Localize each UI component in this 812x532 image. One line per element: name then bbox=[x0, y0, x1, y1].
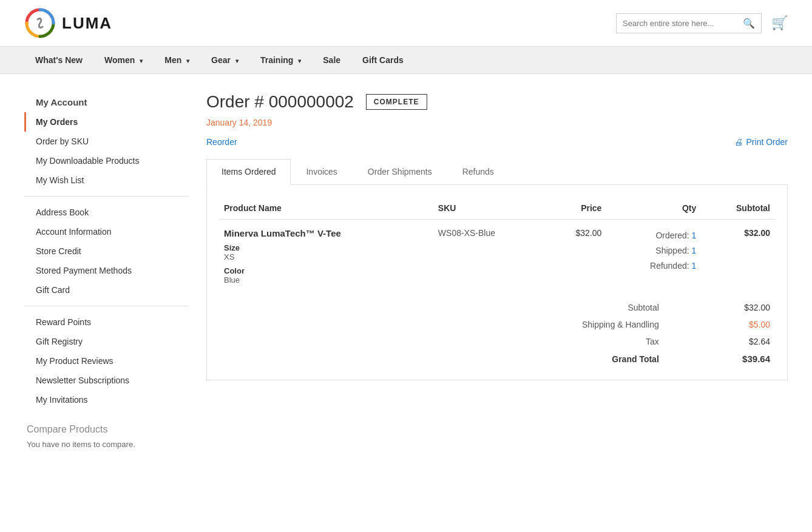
sidebar-item-order-by-sku[interactable]: Order by SKU bbox=[24, 132, 188, 151]
color-value: Blue bbox=[224, 275, 428, 285]
sidebar-group-settings: Address Book Account Information Store C… bbox=[24, 203, 188, 300]
col-subtotal: Subtotal bbox=[701, 197, 775, 220]
reorder-link[interactable]: Reorder bbox=[206, 137, 237, 147]
sidebar-item-gift-registry[interactable]: Gift Registry bbox=[24, 332, 188, 351]
subtotal-row: Subtotal $32.00 bbox=[219, 299, 775, 316]
qty-shipped-value[interactable]: 1 bbox=[692, 246, 697, 255]
order-tabs: Items Ordered Invoices Order Shipments R… bbox=[206, 159, 788, 185]
size-label: Size bbox=[224, 243, 428, 252]
table-header-row: Product Name SKU Price Qty Subtotal bbox=[219, 197, 775, 220]
nav-item-gift-cards[interactable]: Gift Cards bbox=[351, 47, 414, 73]
qty-ordered: Ordered: 1 bbox=[611, 228, 696, 243]
compare-section: Compare Products You have no items to co… bbox=[24, 424, 188, 449]
main-nav: What's New Women ▾ Men ▾ Gear ▾ Training… bbox=[0, 47, 812, 74]
price-cell: $32.00 bbox=[546, 220, 606, 294]
col-sku: SKU bbox=[433, 197, 546, 220]
order-actions: Reorder 🖨 Print Order bbox=[206, 137, 788, 147]
sidebar-item-my-invitations[interactable]: My Invitations bbox=[24, 390, 188, 409]
search-button[interactable]: 🔍 bbox=[743, 18, 755, 29]
print-order-link[interactable]: 🖨 Print Order bbox=[734, 137, 788, 147]
col-price: Price bbox=[546, 197, 606, 220]
sidebar-group-account: My Account My Orders Order by SKU My Dow… bbox=[24, 92, 188, 190]
sidebar-divider-2 bbox=[24, 306, 188, 306]
qty-ordered-label: Ordered: bbox=[655, 231, 689, 240]
compare-text: You have no items to compare. bbox=[24, 440, 188, 449]
tax-label: Tax bbox=[219, 333, 664, 350]
printer-icon: 🖨 bbox=[734, 137, 743, 147]
totals-table: Subtotal $32.00 Shipping & Handling $5.0… bbox=[219, 299, 775, 368]
header: LUMA 🔍 🛒 bbox=[0, 0, 812, 47]
sidebar-item-reward-points[interactable]: Reward Points bbox=[24, 312, 188, 332]
status-badge: COMPLETE bbox=[366, 94, 427, 110]
search-box: 🔍 bbox=[616, 13, 762, 33]
sidebar-item-my-account[interactable]: My Account bbox=[24, 92, 188, 112]
sidebar-item-wish-list[interactable]: My Wish List bbox=[24, 170, 188, 190]
sidebar-item-downloadable-products[interactable]: My Downloadable Products bbox=[24, 151, 188, 170]
header-right: 🔍 🛒 bbox=[616, 13, 788, 33]
order-items-table: Product Name SKU Price Qty Subtotal Mine… bbox=[219, 197, 775, 293]
subtotal-label: Subtotal bbox=[219, 299, 664, 316]
sidebar-group-extras: Reward Points Gift Registry My Product R… bbox=[24, 312, 188, 409]
product-name-cell: Minerva LumaTech™ V-Tee Size XS Color Bl… bbox=[219, 220, 433, 294]
sidebar-item-gift-card[interactable]: Gift Card bbox=[24, 280, 188, 300]
col-qty: Qty bbox=[606, 197, 701, 220]
sidebar-divider-1 bbox=[24, 196, 188, 197]
sidebar-item-my-orders[interactable]: My Orders bbox=[24, 112, 188, 132]
logo-text: LUMA bbox=[62, 14, 112, 33]
qty-refunded-value[interactable]: 1 bbox=[692, 261, 697, 271]
sidebar-item-store-credit[interactable]: Store Credit bbox=[24, 241, 188, 261]
order-date: January 14, 2019 bbox=[206, 118, 788, 127]
nav-item-gear[interactable]: Gear ▾ bbox=[200, 47, 249, 73]
nav-item-men[interactable]: Men ▾ bbox=[154, 47, 200, 73]
grand-total-row: Grand Total $39.64 bbox=[219, 350, 775, 368]
nav-item-sale[interactable]: Sale bbox=[312, 47, 351, 73]
size-value: XS bbox=[224, 252, 428, 261]
sidebar-item-newsletter-subscriptions[interactable]: Newsletter Subscriptions bbox=[24, 371, 188, 390]
luma-logo-icon bbox=[24, 7, 56, 39]
sidebar-item-account-information[interactable]: Account Information bbox=[24, 222, 188, 241]
subtotal-cell: $32.00 bbox=[701, 220, 775, 294]
tax-value: $2.64 bbox=[664, 333, 775, 350]
table-row: Minerva LumaTech™ V-Tee Size XS Color Bl… bbox=[219, 220, 775, 294]
qty-shipped-label: Shipped: bbox=[655, 246, 689, 255]
cart-icon[interactable]: 🛒 bbox=[771, 15, 788, 31]
color-label: Color bbox=[224, 266, 428, 275]
search-input[interactable] bbox=[623, 19, 743, 28]
compare-title: Compare Products bbox=[24, 424, 188, 435]
nav-item-women[interactable]: Women ▾ bbox=[93, 47, 154, 73]
product-name: Minerva LumaTech™ V-Tee bbox=[224, 228, 428, 238]
sidebar-item-address-book[interactable]: Address Book bbox=[24, 203, 188, 222]
qty-cell: Ordered: 1 Shipped: 1 Refunded: 1 bbox=[606, 220, 701, 294]
grand-total-label: Grand Total bbox=[219, 350, 664, 368]
print-label: Print Order bbox=[746, 137, 788, 147]
order-detail-content: Order # 000000002 COMPLETE January 14, 2… bbox=[206, 92, 788, 449]
tab-items-ordered[interactable]: Items Ordered bbox=[206, 159, 291, 185]
qty-refunded-label: Refunded: bbox=[650, 261, 689, 271]
order-table-wrapper: Product Name SKU Price Qty Subtotal Mine… bbox=[206, 185, 788, 380]
qty-shipped: Shipped: 1 bbox=[611, 243, 696, 258]
shipping-label: Shipping & Handling bbox=[219, 316, 664, 333]
subtotal-value: $32.00 bbox=[664, 299, 775, 316]
order-title: Order # 000000002 bbox=[206, 92, 354, 112]
sidebar: My Account My Orders Order by SKU My Dow… bbox=[24, 92, 188, 449]
sidebar-item-product-reviews[interactable]: My Product Reviews bbox=[24, 351, 188, 371]
qty-ordered-value[interactable]: 1 bbox=[692, 231, 697, 240]
sku-cell: WS08-XS-Blue bbox=[433, 220, 546, 294]
nav-item-training[interactable]: Training ▾ bbox=[249, 47, 312, 73]
main-container: My Account My Orders Order by SKU My Dow… bbox=[0, 74, 812, 467]
order-header: Order # 000000002 COMPLETE bbox=[206, 92, 788, 112]
sidebar-item-stored-payment-methods[interactable]: Stored Payment Methods bbox=[24, 261, 188, 280]
col-product-name: Product Name bbox=[219, 197, 433, 220]
tab-refunds[interactable]: Refunds bbox=[447, 159, 509, 184]
qty-refunded: Refunded: 1 bbox=[611, 258, 696, 274]
grand-total-value: $39.64 bbox=[664, 350, 775, 368]
shipping-row: Shipping & Handling $5.00 bbox=[219, 316, 775, 333]
tax-row: Tax $2.64 bbox=[219, 333, 775, 350]
nav-item-whats-new[interactable]: What's New bbox=[24, 47, 93, 73]
shipping-value: $5.00 bbox=[664, 316, 775, 333]
tab-invoices[interactable]: Invoices bbox=[291, 159, 352, 184]
logo-area: LUMA bbox=[24, 7, 112, 39]
tab-order-shipments[interactable]: Order Shipments bbox=[353, 159, 447, 184]
